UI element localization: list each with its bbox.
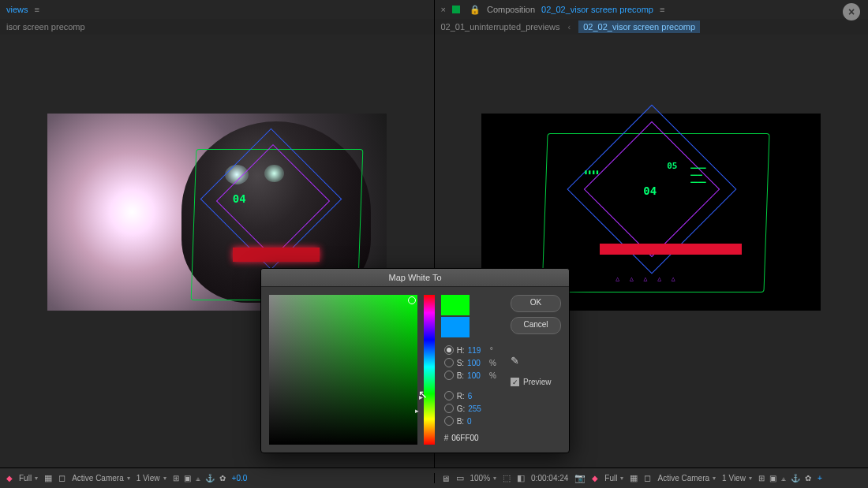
- gear-icon[interactable]: ✿: [805, 474, 811, 482]
- old-color-swatch[interactable]: [441, 317, 470, 337]
- panel-menu-icon[interactable]: ≡: [660, 5, 664, 14]
- sat-arrow-icon: ▸: [415, 407, 419, 415]
- hud-hexagon: [542, 133, 770, 292]
- left-footer: ◆ Full▾ ▦ ◻ Active Camera▾ 1 View▾ ⊞ ▣ ⟁…: [0, 473, 434, 483]
- toggle-icon[interactable]: ⚓: [791, 474, 800, 482]
- quality-dropdown[interactable]: Full▾: [604, 474, 623, 482]
- exposure-value[interactable]: +0.0: [232, 474, 248, 482]
- toggle-icon[interactable]: ⚓: [205, 474, 215, 482]
- toggle-icon[interactable]: ⟁: [781, 474, 786, 482]
- r-field[interactable]: R:6: [444, 391, 496, 400]
- hud-number: 04: [643, 184, 657, 197]
- hud-number: 04: [233, 192, 246, 205]
- checkbox-icon: ✓: [511, 378, 519, 386]
- h-field[interactable]: H:119°: [444, 345, 496, 355]
- eyedropper-icon[interactable]: ✎: [511, 355, 561, 367]
- right-pane-subheader: 02_01_uninterrupted_previews ‹ 02_02_vis…: [435, 19, 869, 35]
- highlight: [264, 165, 284, 182]
- right-pane-header: × 🔒 Composition 02_02_visor screen preco…: [435, 0, 869, 19]
- tab-close-icon[interactable]: ×: [441, 5, 446, 14]
- left-pane-subheader: isor screen precomp: [0, 19, 434, 35]
- toggle-icon[interactable]: ⊞: [758, 474, 765, 482]
- views-dropdown[interactable]: 1 View▾: [722, 474, 752, 482]
- exposure-add-icon[interactable]: +: [817, 474, 822, 482]
- snapshot-icon[interactable]: 📷: [574, 473, 586, 483]
- s-field[interactable]: S:100%: [444, 358, 496, 367]
- view-option-icons: ⊞ ▣ ⟁ ⚓ ✿: [173, 474, 226, 482]
- dialog-title: Map White To: [261, 269, 569, 287]
- left-tab-label[interactable]: views: [6, 5, 28, 14]
- mask-icon[interactable]: ◻: [58, 473, 65, 483]
- bl-field[interactable]: B:0: [444, 416, 496, 426]
- sat-cursor-icon: [408, 296, 416, 304]
- new-color-swatch[interactable]: [441, 295, 470, 315]
- roi-icon[interactable]: ⬚: [503, 473, 511, 483]
- hex-input[interactable]: 06FF00: [451, 434, 491, 442]
- tab-comp-name[interactable]: 02_02_visor screen precomp: [541, 5, 653, 14]
- device-icon[interactable]: ▭: [456, 473, 464, 483]
- hex-field[interactable]: # 06FF00: [444, 434, 496, 442]
- preview-label: Preview: [523, 378, 552, 386]
- color-mgmt-icon[interactable]: ◆: [592, 474, 598, 482]
- zoom-dropdown[interactable]: 100%▾: [470, 474, 497, 482]
- highlight: [225, 165, 249, 184]
- hud-diamond-outer: [200, 129, 342, 270]
- panel-menu-icon[interactable]: ≡: [35, 5, 39, 14]
- mask-icon[interactable]: ◻: [644, 473, 651, 483]
- footer-bar: ◆ Full▾ ▦ ◻ Active Camera▾ 1 View▾ ⊞ ▣ ⟁…: [0, 468, 868, 488]
- monitor-icon[interactable]: 🖥: [441, 474, 450, 483]
- hud-diamond: [584, 121, 720, 258]
- hud-dots: △ △ △ △ △: [615, 275, 678, 282]
- ok-button[interactable]: OK: [511, 295, 561, 312]
- close-panel-button[interactable]: ×: [843, 3, 860, 20]
- alpha-icon[interactable]: ◧: [517, 473, 525, 483]
- breadcrumb-separator: ‹: [568, 22, 571, 32]
- hud-diamond: [216, 144, 330, 258]
- dialog-buttons: OK Cancel ✎ ✓ Preview: [511, 295, 561, 445]
- toggle-icon[interactable]: ▣: [184, 474, 191, 482]
- toggle-icon[interactable]: ▣: [769, 474, 776, 482]
- views-dropdown[interactable]: 1 View▾: [137, 474, 166, 482]
- quality-dropdown[interactable]: Full▾: [19, 474, 38, 482]
- preview-checkbox[interactable]: ✓ Preview: [511, 378, 561, 386]
- left-subtitle: isor screen precomp: [6, 22, 85, 32]
- lock-icon[interactable]: 🔒: [470, 5, 481, 15]
- saturation-picker[interactable]: ▸: [269, 295, 417, 445]
- hex-prefix: #: [444, 434, 449, 442]
- hue-pointer-icon: ▸: [419, 393, 423, 401]
- color-mgmt-icon[interactable]: ◆: [6, 474, 13, 482]
- g-field[interactable]: G:255: [444, 404, 496, 413]
- hud-overlay: 04 05 ▮▮▮▮ ━━━━━━━━━━━ △ △ △ △ △: [537, 121, 773, 303]
- tab-prefix: Composition: [487, 5, 535, 14]
- toggle-icon[interactable]: ⟁: [196, 474, 200, 482]
- hud-number: 05: [667, 161, 677, 171]
- toggle-icon[interactable]: ⊞: [173, 474, 179, 482]
- color-picker-dialog: Map White To ▸ ▸ H:119° S:100% B:100% R:…: [260, 268, 570, 453]
- view-option-icons: ⊞ ▣ ⟁ ⚓ ✿: [758, 474, 811, 482]
- hud-text: ━━━━━━━━━━━: [690, 165, 705, 186]
- breadcrumb-parent[interactable]: 02_01_uninterrupted_previews: [441, 22, 560, 32]
- camera-dropdown[interactable]: Active Camera▾: [72, 474, 130, 482]
- grid-icon[interactable]: ▦: [44, 473, 52, 483]
- b-field[interactable]: B:100%: [444, 371, 496, 380]
- hud-red-bar: [233, 248, 320, 262]
- hue-slider[interactable]: ▸: [424, 295, 435, 445]
- left-pane-header: views ≡: [0, 0, 434, 19]
- color-swatches: [441, 295, 496, 337]
- right-footer: 🖥 ▭ 100%▾ ⬚ ◧ 0:00:04:24 📷 ◆ Full▾ ▦ ◻ A…: [434, 473, 869, 483]
- cancel-button[interactable]: Cancel: [511, 317, 561, 334]
- color-fields: H:119° S:100% B:100% R:6 G:255 B:0 # 06F…: [444, 345, 496, 442]
- gear-icon[interactable]: ✿: [219, 474, 226, 482]
- timecode[interactable]: 0:00:04:24: [531, 474, 568, 482]
- hud-text: ▮▮▮▮: [584, 169, 599, 176]
- camera-dropdown[interactable]: Active Camera▾: [657, 474, 716, 482]
- hud-diamond-outer: [567, 105, 737, 274]
- comp-color-icon: [452, 6, 460, 13]
- breadcrumb-active[interactable]: 02_02_visor screen precomp: [578, 20, 700, 33]
- hud-red-bar: [600, 244, 742, 255]
- grid-icon[interactable]: ▦: [630, 473, 638, 483]
